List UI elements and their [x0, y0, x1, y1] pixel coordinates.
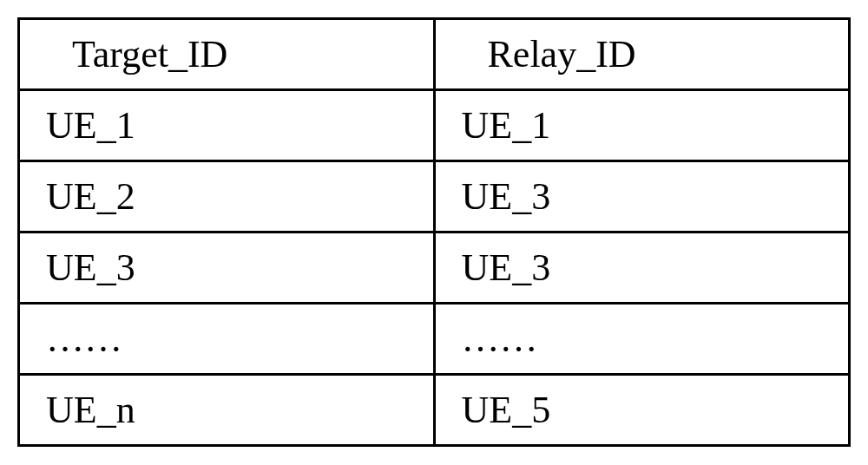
- cell-target: UE_3: [19, 232, 435, 304]
- table-row: UE_n UE_5: [19, 375, 850, 446]
- table-row: …… ……: [19, 304, 850, 375]
- cell-relay: UE_3: [434, 232, 850, 304]
- cell-target: UE_n: [19, 375, 435, 446]
- cell-relay: UE_3: [434, 161, 850, 232]
- table-header-row: Target_ID Relay_ID: [19, 19, 850, 90]
- table-row: UE_2 UE_3: [19, 161, 850, 232]
- cell-relay: UE_1: [434, 90, 850, 161]
- table-row: UE_1 UE_1: [19, 90, 850, 161]
- cell-relay: UE_5: [434, 375, 850, 446]
- table-row: UE_3 UE_3: [19, 232, 850, 304]
- cell-relay: ……: [434, 304, 850, 375]
- column-header-relay: Relay_ID: [434, 19, 850, 90]
- cell-target: UE_1: [19, 90, 435, 161]
- column-header-target: Target_ID: [19, 19, 435, 90]
- cell-target: UE_2: [19, 161, 435, 232]
- id-mapping-table: Target_ID Relay_ID UE_1 UE_1 UE_2 UE_3 U…: [17, 17, 851, 447]
- cell-target: ……: [19, 304, 435, 375]
